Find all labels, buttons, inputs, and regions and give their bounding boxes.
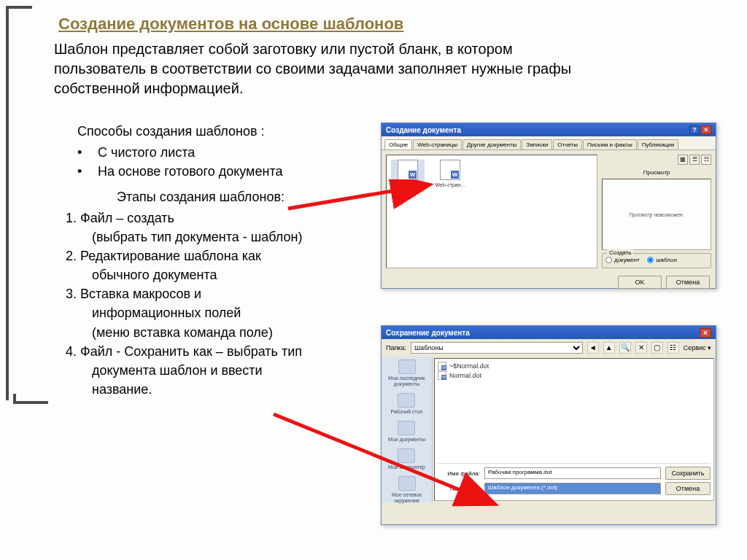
filetype-label: Тип файла: <box>438 486 480 492</box>
template-file-icon <box>438 371 446 380</box>
details-icon[interactable]: ☷ <box>701 155 711 165</box>
places-bar: Мои последние документы Рабочий стол Мои… <box>382 357 433 502</box>
preview-label: Просмотр <box>602 169 711 176</box>
step-4: 4. Файл - Сохранить как – выбрать тип <box>66 342 379 361</box>
list-item[interactable]: Normal.dot <box>438 371 711 380</box>
web-page-icon[interactable]: Web-стран... <box>433 160 467 187</box>
tab-letters[interactable]: Письма и факсы <box>583 139 637 149</box>
steps-list: 1. Файл – создать (выбрать тип документа… <box>66 209 379 399</box>
list-icon[interactable]: ☰ <box>689 155 700 165</box>
view-mode-toolbar: ▦ ☰ ☷ <box>602 155 711 165</box>
up-icon[interactable]: ▲ <box>603 342 615 354</box>
tab-publications[interactable]: Публикации <box>638 139 679 149</box>
dialog-title: Сохранение документа <box>386 329 470 337</box>
close-icon[interactable]: × <box>701 125 711 134</box>
file-area[interactable]: ~$Normal.dot Normal.dot Имя файла: Рабоч… <box>434 358 714 501</box>
search-icon[interactable]: 🔍 <box>619 342 631 354</box>
tab-other[interactable]: Другие документы <box>462 139 521 149</box>
desktop-icon <box>398 393 415 408</box>
template-file-icon <box>438 362 446 370</box>
radio-document[interactable]: документ <box>605 257 640 263</box>
folder-select[interactable]: Шаблоны <box>411 342 583 354</box>
step-3-sub2: (меню вставка команда поле) <box>66 323 379 342</box>
step-4-sub: документа шаблон и ввести <box>66 361 379 380</box>
step-2-sub: обычного документа <box>66 265 379 284</box>
filename-input[interactable]: Рабочая программа.dot <box>484 467 661 479</box>
dialog-title: Создание документа <box>386 126 461 134</box>
radio-template[interactable]: шаблон <box>647 257 677 263</box>
frame-left <box>6 32 9 400</box>
create-group: Создать документ шаблон <box>602 253 711 268</box>
step-2: 2. Редактирование шаблона как <box>66 246 379 265</box>
method-item: На основе готового документа <box>77 162 283 181</box>
ok-button[interactable]: OK <box>618 276 662 289</box>
new-document-icon[interactable]: Новый документ <box>391 160 425 192</box>
steps-heading: Этапы создания шаблонов: <box>117 190 285 205</box>
help-icon[interactable]: ? <box>689 125 700 134</box>
close-icon[interactable]: × <box>700 328 711 338</box>
tab-reports[interactable]: Отчеты <box>553 139 582 149</box>
page-title: Создание документов на основе шаблонов <box>58 15 403 34</box>
frame-bottom <box>13 394 48 404</box>
filetype-select[interactable]: Шаблон документа (*.dot) <box>484 483 661 494</box>
new-document-dialog: Создание документа ? × Общие Web-страниц… <box>381 122 716 289</box>
frame-corner <box>6 6 32 32</box>
dialog-tabs: Общие Web-страницы Другие документы Запи… <box>382 136 716 150</box>
list-item[interactable]: ~$Normal.dot <box>438 362 711 370</box>
place-recent[interactable]: Мои последние документы <box>383 359 430 387</box>
mycomputer-icon <box>398 448 415 463</box>
save-button[interactable]: Сохранить <box>665 467 711 480</box>
back-icon[interactable]: ◄ <box>587 342 599 354</box>
create-legend: Создать <box>607 249 633 256</box>
mydocs-icon <box>398 421 415 435</box>
step-1: 1. Файл – создать <box>66 209 379 228</box>
tab-web[interactable]: Web-страницы <box>413 139 462 149</box>
icon-label: Web-стран... <box>433 182 467 187</box>
folder-label: Папка: <box>386 344 406 351</box>
methods-heading: Способы создания шаблонов : <box>77 124 265 139</box>
place-network[interactable]: Мое сетевое окружение <box>383 476 430 504</box>
step-4-sub2: название. <box>66 380 379 399</box>
large-icons-icon[interactable]: ▦ <box>678 155 688 165</box>
step-3: 3. Вставка макросов и <box>66 284 379 303</box>
tools-menu[interactable]: Сервис ▾ <box>684 344 711 351</box>
dialog-titlebar[interactable]: Создание документа ? × <box>382 123 716 136</box>
template-list[interactable]: Новый документ Web-стран... <box>386 155 597 268</box>
new-folder-icon[interactable]: ▢ <box>651 342 663 354</box>
file-list: ~$Normal.dot Normal.dot <box>438 362 711 463</box>
delete-icon[interactable]: ✕ <box>635 342 647 354</box>
tab-general[interactable]: Общие <box>384 139 412 149</box>
step-1-sub: (выбрать тип документа - шаблон) <box>66 228 379 246</box>
tab-memos[interactable]: Записки <box>522 139 552 149</box>
cancel-button[interactable]: Отмена <box>665 482 711 495</box>
step-3-sub: информационных полей <box>66 303 379 322</box>
place-mydocs[interactable]: Мои документы <box>388 421 425 443</box>
recent-icon <box>398 359 416 374</box>
cancel-button[interactable]: Отмена <box>666 276 710 289</box>
network-icon <box>398 476 416 491</box>
views-icon[interactable]: ☷ <box>667 342 679 354</box>
method-item: С чистого листа <box>77 143 283 162</box>
place-desktop[interactable]: Рабочий стол <box>391 393 423 415</box>
preview-pane: Просмотр невозможен. <box>602 179 711 250</box>
icon-label: Новый документ <box>391 182 425 192</box>
save-as-dialog: Сохранение документа × Папка: Шаблоны ◄ … <box>381 325 716 525</box>
word-doc-icon <box>398 160 418 180</box>
place-mycomputer[interactable]: Мой компьютер <box>388 448 425 470</box>
intro-text: Шаблон представляет собой заготовку или … <box>54 39 594 98</box>
filename-label: Имя файла: <box>438 470 480 477</box>
dialog-titlebar[interactable]: Сохранение документа × <box>382 326 716 339</box>
methods-list: С чистого листа На основе готового докум… <box>77 143 283 181</box>
word-doc-icon <box>440 160 460 180</box>
